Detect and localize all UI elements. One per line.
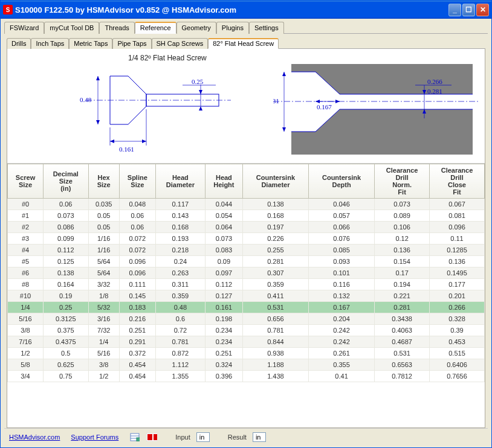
col-header[interactable]: ClearanceDrillCloseFit — [430, 164, 485, 199]
table-row[interactable]: #40.1121/160.0720.2180.0830.2550.0850.13… — [8, 245, 485, 256]
table-cell: 0.72 — [155, 325, 205, 336]
svg-marker-19 — [282, 72, 286, 76]
sheet-icon[interactable] — [129, 432, 140, 442]
table-cell: 0.7812 — [375, 371, 430, 382]
table-cell: 0.081 — [430, 210, 485, 222]
table-cell: 0.096 — [119, 256, 155, 267]
tab-reference[interactable]: Reference — [135, 22, 176, 34]
table-cell: 0.112 — [205, 279, 242, 290]
table-cell: 0.6406 — [430, 359, 485, 371]
subtab-drills[interactable]: Drills — [7, 38, 31, 49]
close-button[interactable]: ✕ — [476, 4, 489, 16]
table-cell: 1/2 — [8, 348, 44, 359]
input-unit-select[interactable]: in — [196, 432, 210, 442]
table-cell: 0.197 — [242, 222, 308, 233]
col-header[interactable]: ScrewSize — [8, 164, 44, 199]
table-row[interactable]: #00.060.0350.0480.1170.0440.1380.0460.07… — [8, 199, 485, 210]
screw-diagram-left: 0.48 0.25 0.161 — [74, 64, 255, 161]
subtab-sh-cap-screws[interactable]: SH Cap Screws — [152, 38, 209, 49]
table-row[interactable]: 3/40.751/20.4541.3550.3961.4380.410.7812… — [8, 371, 485, 382]
table-row[interactable]: #50.1255/640.0960.240.090.2810.0930.1540… — [8, 256, 485, 267]
flag-icon[interactable] — [146, 432, 157, 442]
table-cell: #8 — [8, 279, 44, 290]
table-row[interactable]: #80.1643/320.1110.3110.1120.3590.1160.19… — [8, 279, 485, 290]
tab-settings[interactable]: Settings — [249, 22, 284, 34]
subtab-metric-taps[interactable]: Metric Taps — [69, 38, 112, 49]
table-cell: 1/8 — [88, 290, 119, 302]
table-cell: 0.251 — [205, 348, 242, 359]
titlebar[interactable]: S S10000 F122.50 by HSMAdvisor v0.852 @ … — [1, 1, 491, 19]
minimize-button[interactable]: _ — [448, 4, 461, 16]
table-row[interactable]: #20.0860.050.060.1680.0640.1970.0660.106… — [8, 222, 485, 233]
table-row[interactable]: 1/40.255/320.1830.480.1610.5310.1670.281… — [8, 302, 485, 313]
table-row[interactable]: 7/160.43751/40.2910.7810.2340.8440.2420.… — [8, 336, 485, 348]
table-cell: 0.117 — [155, 199, 205, 210]
table-cell: 0.1495 — [430, 267, 485, 279]
subtab-82-flat-head-screw[interactable]: 82° Flat Head Screw — [208, 38, 279, 49]
table-cell: #6 — [8, 267, 44, 279]
table-cell: 0.097 — [205, 267, 242, 279]
table-row[interactable]: 3/80.3757/320.2510.720.2340.7810.2420.40… — [8, 325, 485, 336]
table-cell: 0.218 — [155, 245, 205, 256]
col-header[interactable]: ClearanceDrillNorm.Fit — [375, 164, 430, 199]
table-cell: 0.359 — [242, 279, 308, 290]
result-unit-select[interactable]: in — [253, 432, 266, 442]
table-cell: 0.19 — [44, 290, 88, 302]
table-cell: 3/4 — [8, 371, 44, 382]
link-hsmadvisor[interactable]: HSMAdvisor.com — [9, 434, 60, 441]
table-row[interactable]: #60.1385/640.0960.2630.0970.3070.1010.17… — [8, 267, 485, 279]
table-cell: 0.168 — [155, 222, 205, 233]
col-header[interactable]: CountersinkDiameter — [242, 164, 308, 199]
table-cell: 0.24 — [155, 256, 205, 267]
table-cell: 0.531 — [375, 348, 430, 359]
tab-mycut-tool-db[interactable]: myCut Tool DB — [44, 22, 99, 34]
table-cell: 0.089 — [375, 210, 430, 222]
subtab-pipe-taps[interactable]: Pipe Taps — [112, 38, 151, 49]
tab-threads[interactable]: Threads — [99, 22, 134, 34]
table-row[interactable]: 5/160.31253/160.2160.60.1980.6560.2040.3… — [8, 313, 485, 325]
table-cell: 0.291 — [119, 336, 155, 348]
table-cell: 0.781 — [242, 325, 308, 336]
table-cell: 0.06 — [44, 199, 88, 210]
table-cell: 1/2 — [88, 371, 119, 382]
col-header[interactable]: HexSize — [88, 164, 119, 199]
table-cell: 1.355 — [155, 371, 205, 382]
svg-marker-4 — [96, 76, 100, 80]
app-window: S S10000 F122.50 by HSMAdvisor v0.852 @ … — [0, 0, 492, 448]
table-cell: 0.132 — [309, 290, 375, 302]
table-cell: 1/16 — [88, 233, 119, 245]
col-header[interactable]: HeadHeight — [205, 164, 242, 199]
svg-rect-32 — [137, 438, 140, 441]
table-cell: 5/64 — [88, 256, 119, 267]
table-row[interactable]: #100.191/80.1450.3590.1270.4110.1320.221… — [8, 290, 485, 302]
subtab-inch-taps[interactable]: Inch Taps — [31, 38, 69, 49]
table-cell: 0.136 — [430, 256, 485, 267]
table-cell: 0.044 — [205, 199, 242, 210]
col-header[interactable]: DecimalSize(in) — [44, 164, 88, 199]
table-row[interactable]: 5/80.6253/80.4541.1120.3241.1880.3550.65… — [8, 359, 485, 371]
table-row[interactable]: #10.0730.050.060.1430.0540.1680.0570.089… — [8, 210, 485, 222]
col-header[interactable]: HeadDiameter — [155, 164, 205, 199]
table-row[interactable]: #30.0991/160.0720.1930.0730.2260.0760.12… — [8, 233, 485, 245]
table-cell: 0.307 — [242, 267, 308, 279]
table-cell: 0.143 — [155, 210, 205, 222]
table-cell: #0 — [8, 199, 44, 210]
col-header[interactable]: SplineSize — [119, 164, 155, 199]
tab-geometry[interactable]: Geometry — [176, 22, 216, 34]
screw-table-scroll[interactable]: ScrewSizeDecimalSize(in)HexSizeSplineSiz… — [7, 164, 485, 427]
table-cell: 0.4063 — [375, 325, 430, 336]
table-cell: 0.111 — [119, 279, 155, 290]
table-cell: 0.06 — [119, 222, 155, 233]
table-row[interactable]: 1/20.55/160.3720.8720.2510.9380.2610.531… — [8, 348, 485, 359]
table-cell: 0.359 — [155, 290, 205, 302]
col-header[interactable]: CountersinkDepth — [309, 164, 375, 199]
table-cell: 0.072 — [119, 245, 155, 256]
tab-fswizard[interactable]: FSWizard — [4, 22, 44, 34]
maximize-button[interactable]: ☐ — [462, 4, 475, 16]
link-support-forums[interactable]: Support Forums — [71, 434, 118, 441]
tab-plugins[interactable]: Plugins — [216, 22, 249, 34]
table-cell: 0.7656 — [430, 371, 485, 382]
svg-marker-7 — [199, 90, 202, 94]
table-cell: 0.161 — [205, 302, 242, 313]
table-cell: 1/16 — [88, 245, 119, 256]
